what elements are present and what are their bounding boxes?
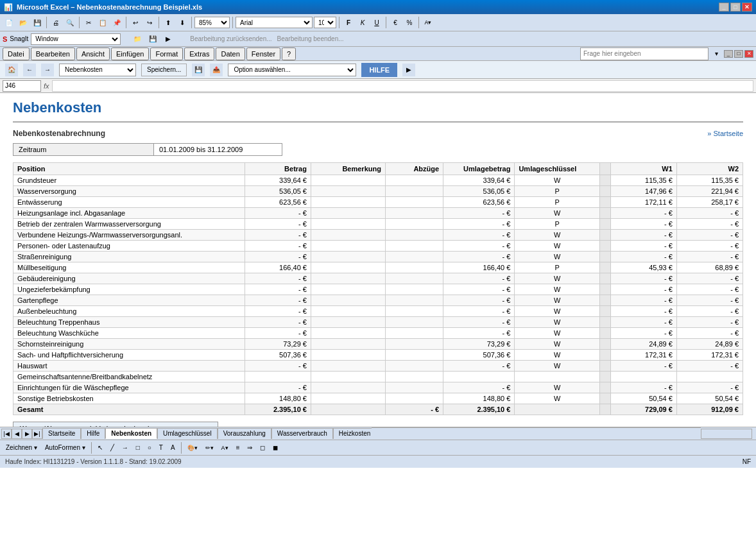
currency-button[interactable]: € (389, 16, 402, 29)
bold-button[interactable]: F (342, 16, 355, 29)
draw-wordart[interactable]: A (168, 442, 178, 454)
menu-ansicht[interactable]: Ansicht (76, 47, 110, 60)
wasser-verbrauch-button[interactable]: Wasser/Abwasser nach Verbrauch abrechnen (13, 422, 218, 427)
sheet-tab[interactable]: Startseite (42, 428, 81, 439)
menu-extras[interactable]: Extras (184, 47, 214, 60)
draw-text[interactable]: T (156, 442, 166, 454)
nav-option-combo[interactable]: Option auswählen... (228, 64, 356, 76)
draw-rect[interactable]: □ (133, 442, 143, 454)
menu-fenster[interactable]: Fenster (246, 47, 280, 60)
draw-lines[interactable]: ≡ (233, 442, 243, 454)
draw-shadow[interactable]: ◻ (257, 442, 268, 454)
sort-asc-button[interactable]: ⬆ (162, 16, 175, 29)
sheet-tab[interactable]: Vorauszahlung (218, 428, 271, 439)
help-minimize[interactable]: _ (724, 50, 733, 58)
col-bemerkung: Bemerkung (311, 163, 385, 175)
nav-save-button[interactable]: Speichern... (141, 64, 187, 76)
sheet-tab[interactable]: Nebenkosten (105, 428, 157, 439)
nav-section-combo[interactable]: Nebenkosten (59, 64, 136, 76)
italic-button[interactable]: K (356, 16, 369, 29)
draw-line-color[interactable]: ✏▾ (202, 442, 217, 454)
autoformen-button[interactable]: AutoFormen ▾ (42, 442, 89, 454)
draw-fill-color[interactable]: 🎨▾ (184, 442, 201, 454)
open-button[interactable]: 📂 (17, 16, 30, 29)
menu-bearbeiten[interactable]: Bearbeiten (31, 47, 75, 60)
page-title: Nebenkosten (13, 99, 743, 123)
new-button[interactable]: 📄 (3, 16, 15, 29)
close-button[interactable]: ✕ (742, 3, 752, 12)
sort-desc-button[interactable]: ⬇ (176, 16, 189, 29)
table-row: Einrichtungen für die Wäschepflege- €- €… (13, 382, 743, 393)
nav-back-button[interactable]: ← (23, 64, 36, 76)
fontsize-combo[interactable]: 10 (314, 17, 336, 28)
total-row: Gesamt2.395,10 €- €2.395,10 €729,09 €912… (13, 404, 743, 415)
underline-button[interactable]: U (370, 16, 383, 29)
drawing-toolbar: Zeichnen ▾ AutoFormen ▾ ↖ ╱ → □ ○ T A 🎨▾… (0, 440, 756, 455)
menu-daten[interactable]: Daten (216, 47, 245, 60)
startseite-link[interactable]: » Startseite (707, 130, 743, 137)
font-combo[interactable]: Arial (236, 17, 313, 28)
nav-home-button[interactable]: 🏠 (5, 64, 18, 76)
nav-save-icon2[interactable]: 📤 (210, 64, 223, 76)
table-row: Betrieb der zentralen Warmwasserversorgu… (13, 219, 743, 230)
sheet-nav-prev[interactable]: ◀ (12, 429, 22, 439)
sep4 (159, 17, 159, 28)
menu-format[interactable]: Format (150, 47, 183, 60)
zoom-combo[interactable]: 85%100%75% (194, 17, 230, 28)
bearbeitung-area: Bearbeitung zurücksenden... Bearbeitung … (190, 35, 753, 42)
help-search-input[interactable] (580, 47, 709, 60)
save-toolbar-button[interactable]: 💾 (31, 16, 44, 29)
table-row: Müllbeseitigung166,40 €166,40 €P45,93 €6… (13, 262, 743, 273)
copy-button[interactable]: 📋 (96, 16, 109, 29)
sep9 (418, 17, 419, 28)
preview-button[interactable]: 🔍 (64, 16, 76, 29)
zeitraum-label: Zeitraum (13, 143, 154, 156)
sheet-nav-last[interactable]: ▶| (32, 429, 42, 439)
paste-button[interactable]: 📌 (110, 16, 123, 29)
nav-forward-button[interactable]: → (41, 64, 54, 76)
menu-einfuegen[interactable]: Einfügen (111, 47, 149, 60)
draw-arrow[interactable]: → (119, 442, 132, 454)
hilfe-arrow[interactable]: ▶ (402, 64, 415, 76)
sheet-tab[interactable]: Umlageschlüssel (157, 428, 218, 439)
draw-arrows[interactable]: ⇒ (244, 442, 255, 454)
cut-button[interactable]: ✂ (82, 16, 95, 29)
hilfe-button[interactable]: HILFE (361, 63, 397, 77)
snagit-btn3[interactable]: ▶ (162, 33, 175, 46)
font-color-button[interactable]: A▾ (422, 16, 434, 29)
help-search-button[interactable]: ▾ (710, 47, 723, 60)
minimize-button[interactable]: _ (719, 3, 729, 12)
draw-3d[interactable]: ◼ (270, 442, 281, 454)
cell-reference-input[interactable] (3, 80, 41, 92)
sep2 (79, 17, 80, 28)
print-button[interactable]: 🖨 (49, 16, 62, 29)
snagit-btn1[interactable]: 📁 (131, 33, 144, 46)
snagit-btn2[interactable]: 💾 (146, 33, 159, 46)
buttons-row: Wasser/Abwasser nach Verbrauch abrechnen… (13, 422, 743, 427)
toolbar-row-1: 📄 📂 💾 🖨 🔍 ✂ 📋 📌 ↩ ↪ ⬆ ⬇ 85%100%75% Arial… (0, 14, 756, 31)
zeichnen-button[interactable]: Zeichnen ▾ (3, 442, 40, 454)
sheet-tab[interactable]: Wasserverbrauch (271, 428, 333, 439)
sheet-nav-first[interactable]: |◀ (1, 429, 12, 439)
table-row: Gemeinschaftsantenne/Breitbandkabelnetz (13, 372, 743, 382)
formula-input[interactable] (52, 80, 753, 92)
draw-oval[interactable]: ○ (144, 442, 155, 454)
table-row: Beleuchtung Waschküche- €- €W- €- € (13, 328, 743, 339)
draw-line[interactable]: ╱ (107, 442, 117, 454)
sheet-tab[interactable]: Heizkosten (333, 428, 372, 439)
draw-cursor[interactable]: ↖ (94, 442, 106, 454)
sheet-tab[interactable]: Hilfe (81, 428, 105, 439)
sheet-nav-next[interactable]: ▶ (22, 429, 32, 439)
undo-button[interactable]: ↩ (129, 16, 142, 29)
maximize-button[interactable]: □ (730, 3, 741, 12)
title-text: Microsoft Excel – Nebenkostenabrechnung … (17, 3, 202, 11)
menu-datei[interactable]: Datei (3, 47, 30, 60)
help-close[interactable]: ✕ (744, 50, 753, 58)
format-button[interactable]: % (403, 16, 416, 29)
help-maximize[interactable]: □ (734, 50, 743, 58)
nav-save-icon1[interactable]: 💾 (192, 64, 205, 76)
draw-font-color[interactable]: A▾ (218, 442, 232, 454)
redo-button[interactable]: ↪ (143, 16, 156, 29)
window-combo[interactable]: Window (31, 33, 121, 45)
menu-help[interactable]: ? (282, 47, 296, 60)
